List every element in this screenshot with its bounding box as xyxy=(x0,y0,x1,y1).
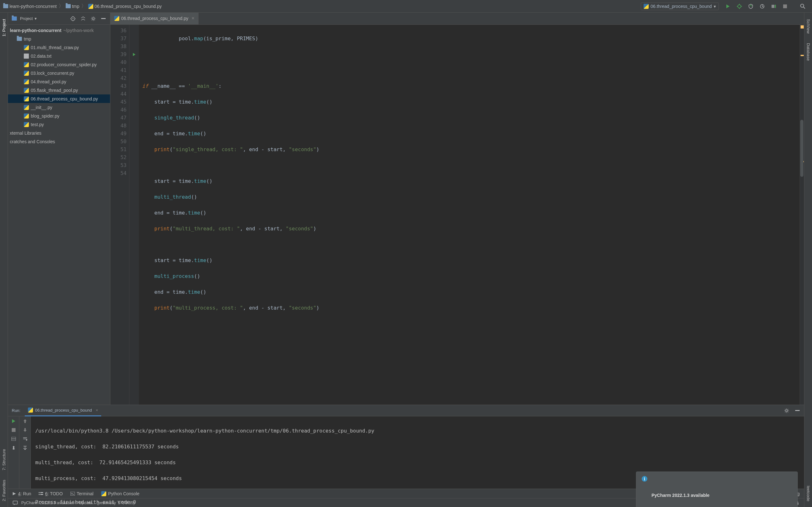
tree-file-selected[interactable]: 06.thread_process_cpu_bound.py xyxy=(8,95,110,103)
close-tab-icon[interactable]: × xyxy=(96,408,98,412)
tool-tab-structure[interactable]: 7: Structure xyxy=(2,449,6,470)
python-file-icon xyxy=(24,71,29,76)
tree-root[interactable]: learn-python-concurrent ~/python-work xyxy=(8,26,110,35)
tree-scratches[interactable]: cratches and Consoles xyxy=(8,137,110,146)
tool-tab-favorites[interactable]: 2: Favorites xyxy=(2,480,6,501)
run-config-selector[interactable]: 06.thread_process_cpu_bound ▾ xyxy=(641,3,719,10)
line-number: 44 xyxy=(110,90,126,98)
line-number: 52 xyxy=(110,153,126,161)
scrollbar-thumb[interactable] xyxy=(800,120,803,177)
search-everywhere-icon[interactable] xyxy=(800,3,806,9)
folder-icon xyxy=(3,4,8,8)
status-messages-icon[interactable] xyxy=(12,500,18,506)
hide-icon[interactable] xyxy=(101,16,106,21)
run-tab[interactable]: 06.thread_process_cpu_bound × xyxy=(25,405,101,416)
line-number: 43 xyxy=(110,82,126,90)
up-icon[interactable] xyxy=(22,418,28,424)
tool-tab-sciview[interactable]: SciView xyxy=(806,19,811,34)
console-line: multi_thread, cost: 72.91465425491333 se… xyxy=(35,458,800,466)
run-gutter-icon[interactable] xyxy=(132,53,136,56)
project-panel-title[interactable]: Project ▾ xyxy=(20,16,37,21)
warning-marker[interactable] xyxy=(801,55,804,56)
update-notification[interactable]: i PyCharm 2022.1.3 available Update… xyxy=(636,471,798,507)
code-body[interactable]: pool.map(is_prime, PRIMES) if __name__ =… xyxy=(139,25,800,405)
debug-icon[interactable] xyxy=(737,3,742,9)
tool-tab-database[interactable]: Database xyxy=(806,43,811,61)
tree-root-label: learn-python-concurrent xyxy=(10,28,61,33)
tree-file[interactable]: 05.flask_thread_pool.py xyxy=(8,86,110,95)
hide-icon[interactable] xyxy=(795,408,800,413)
editor-area: 06.thread_process_cpu_bound.py × 3637383… xyxy=(110,13,804,405)
chevron-right-icon: 〉 xyxy=(59,3,64,9)
profiler-icon[interactable] xyxy=(759,3,765,9)
error-stripe[interactable] xyxy=(800,25,804,405)
svg-point-10 xyxy=(801,4,804,7)
tree-folder-label: tmp xyxy=(24,37,31,42)
svg-text:i: i xyxy=(644,476,645,481)
chevron-down-icon: ▾ xyxy=(714,4,716,9)
svg-point-13 xyxy=(72,18,73,19)
tree-file[interactable]: 02.producer_consumer_spider.py xyxy=(8,60,110,69)
svg-rect-9 xyxy=(783,4,787,8)
pin-icon[interactable] xyxy=(11,445,16,451)
soft-wrap-icon[interactable] xyxy=(22,436,28,442)
gear-icon[interactable] xyxy=(90,16,96,21)
layout-icon[interactable] xyxy=(11,436,16,442)
tool-tab-project[interactable]: 1: Project xyxy=(2,19,6,37)
project-tree[interactable]: learn-python-concurrent ~/python-work tm… xyxy=(8,25,110,147)
editor-tab[interactable]: 06.thread_process_cpu_bound.py × xyxy=(110,13,199,24)
run-tab-label: 06.thread_process_cpu_bound xyxy=(35,408,92,412)
tree-file[interactable]: 03.lock_concurrent.py xyxy=(8,69,110,77)
line-number: 40 xyxy=(110,58,126,66)
code-editor[interactable]: 36373839404142434445464748495051525354 p… xyxy=(110,25,804,405)
tree-file[interactable]: __init__.py xyxy=(8,103,110,112)
tool-tab-leetcode[interactable]: leetcode xyxy=(806,486,811,501)
python-file-icon xyxy=(24,113,29,118)
tree-file[interactable]: test.py xyxy=(8,120,110,129)
locate-icon[interactable] xyxy=(70,16,76,21)
breadcrumb-root[interactable]: learn-python-concurrent xyxy=(3,4,57,9)
run-body: » /usr/local/bin/python3.8 /Users/beck/p… xyxy=(8,416,804,507)
run-icon[interactable] xyxy=(725,3,731,9)
navigation-bar: learn-python-concurrent 〉 tmp 〉 06.threa… xyxy=(0,0,812,13)
line-number: 38 xyxy=(110,43,126,50)
tree-folder-tmp[interactable]: tmp xyxy=(8,35,110,43)
down-icon[interactable] xyxy=(22,427,28,433)
chevron-down-icon: ▾ xyxy=(35,16,37,21)
python-file-icon xyxy=(88,4,93,9)
scroll-to-end-icon[interactable] xyxy=(22,445,28,451)
collapse-icon[interactable] xyxy=(80,16,86,21)
stop-icon[interactable] xyxy=(11,427,16,433)
line-number: 39 xyxy=(110,50,126,58)
left-tool-strip: 1: Project 7: Structure 2: Favorites xyxy=(0,13,8,507)
line-number: 50 xyxy=(110,137,126,146)
notification-body: PyCharm 2022.1.3 available Update… xyxy=(652,475,710,507)
line-number: 37 xyxy=(110,35,126,43)
breadcrumb-file[interactable]: 06.thread_process_cpu_bound.py xyxy=(88,4,162,9)
line-number-gutter: 36373839404142434445464748495051525354 xyxy=(110,25,130,405)
coverage-icon[interactable] xyxy=(748,3,754,9)
line-number: 54 xyxy=(110,169,126,177)
concurrency-icon[interactable] xyxy=(771,3,776,9)
line-number: 51 xyxy=(110,146,126,153)
rerun-icon[interactable] xyxy=(11,418,16,424)
stop-icon[interactable] xyxy=(782,3,788,9)
tree-file[interactable]: 04.thread_pool.py xyxy=(8,77,110,86)
line-number: 45 xyxy=(110,98,126,106)
gear-icon[interactable] xyxy=(784,408,790,413)
python-file-icon xyxy=(24,122,29,127)
tree-file[interactable]: 02.data.txt xyxy=(8,52,110,60)
close-tab-icon[interactable]: × xyxy=(192,15,194,21)
breadcrumb-folder[interactable]: tmp xyxy=(66,4,79,9)
tree-file[interactable]: blog_spider.py xyxy=(8,112,110,120)
warning-marker[interactable] xyxy=(801,25,804,29)
console-output[interactable]: /usr/local/bin/python3.8 /Users/beck/pyt… xyxy=(31,416,804,507)
gutter-icons xyxy=(130,25,139,405)
project-panel: Project ▾ learn-python-concurrent ~/pyth… xyxy=(8,13,110,405)
tree-file[interactable]: 01.multi_thread_craw.py xyxy=(8,43,110,52)
tree-external-libraries[interactable]: xternal Libraries xyxy=(8,129,110,137)
tool-run[interactable]: 4: Run xyxy=(12,491,31,496)
tree-ext-lib-label: xternal Libraries xyxy=(10,130,42,135)
svg-rect-21 xyxy=(795,410,800,411)
tree-file-label: test.py xyxy=(31,122,44,127)
